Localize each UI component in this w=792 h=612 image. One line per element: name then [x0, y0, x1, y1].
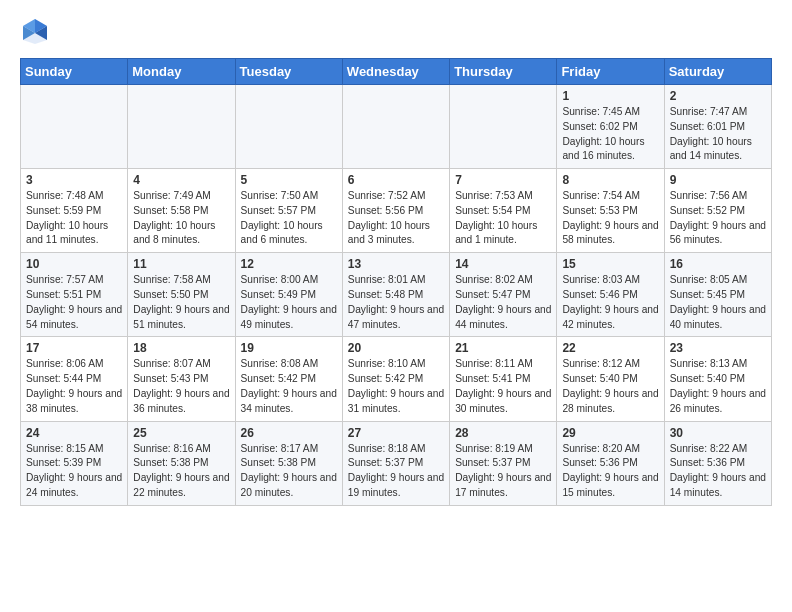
- calendar-cell: 2Sunrise: 7:47 AMSunset: 6:01 PMDaylight…: [664, 85, 771, 169]
- day-number: 21: [455, 341, 551, 355]
- calendar-row-4: 24Sunrise: 8:15 AMSunset: 5:39 PMDayligh…: [21, 421, 772, 505]
- day-info: Sunrise: 8:05 AMSunset: 5:45 PMDaylight:…: [670, 273, 766, 332]
- day-number: 25: [133, 426, 229, 440]
- calendar-cell: 27Sunrise: 8:18 AMSunset: 5:37 PMDayligh…: [342, 421, 449, 505]
- day-info: Sunrise: 7:54 AMSunset: 5:53 PMDaylight:…: [562, 189, 658, 248]
- day-info: Sunrise: 7:50 AMSunset: 5:57 PMDaylight:…: [241, 189, 337, 248]
- day-number: 23: [670, 341, 766, 355]
- day-number: 20: [348, 341, 444, 355]
- day-info: Sunrise: 8:22 AMSunset: 5:36 PMDaylight:…: [670, 442, 766, 501]
- day-number: 3: [26, 173, 122, 187]
- weekday-header-sunday: Sunday: [21, 59, 128, 85]
- logo: [20, 16, 54, 46]
- day-info: Sunrise: 7:45 AMSunset: 6:02 PMDaylight:…: [562, 105, 658, 164]
- day-number: 27: [348, 426, 444, 440]
- calendar-cell: [450, 85, 557, 169]
- day-info: Sunrise: 8:10 AMSunset: 5:42 PMDaylight:…: [348, 357, 444, 416]
- calendar-cell: 9Sunrise: 7:56 AMSunset: 5:52 PMDaylight…: [664, 169, 771, 253]
- calendar-cell: 28Sunrise: 8:19 AMSunset: 5:37 PMDayligh…: [450, 421, 557, 505]
- calendar-table: SundayMondayTuesdayWednesdayThursdayFrid…: [20, 58, 772, 506]
- calendar-cell: 6Sunrise: 7:52 AMSunset: 5:56 PMDaylight…: [342, 169, 449, 253]
- day-info: Sunrise: 8:07 AMSunset: 5:43 PMDaylight:…: [133, 357, 229, 416]
- day-info: Sunrise: 8:13 AMSunset: 5:40 PMDaylight:…: [670, 357, 766, 416]
- weekday-header-wednesday: Wednesday: [342, 59, 449, 85]
- calendar-cell: 12Sunrise: 8:00 AMSunset: 5:49 PMDayligh…: [235, 253, 342, 337]
- calendar-cell: 4Sunrise: 7:49 AMSunset: 5:58 PMDaylight…: [128, 169, 235, 253]
- day-info: Sunrise: 8:06 AMSunset: 5:44 PMDaylight:…: [26, 357, 122, 416]
- day-number: 6: [348, 173, 444, 187]
- day-info: Sunrise: 8:16 AMSunset: 5:38 PMDaylight:…: [133, 442, 229, 501]
- calendar-cell: 7Sunrise: 7:53 AMSunset: 5:54 PMDaylight…: [450, 169, 557, 253]
- page: SundayMondayTuesdayWednesdayThursdayFrid…: [0, 0, 792, 516]
- calendar-row-3: 17Sunrise: 8:06 AMSunset: 5:44 PMDayligh…: [21, 337, 772, 421]
- day-info: Sunrise: 7:56 AMSunset: 5:52 PMDaylight:…: [670, 189, 766, 248]
- day-number: 13: [348, 257, 444, 271]
- calendar-cell: [128, 85, 235, 169]
- calendar-body: 1Sunrise: 7:45 AMSunset: 6:02 PMDaylight…: [21, 85, 772, 506]
- day-number: 22: [562, 341, 658, 355]
- day-number: 14: [455, 257, 551, 271]
- weekday-header-saturday: Saturday: [664, 59, 771, 85]
- calendar-cell: 23Sunrise: 8:13 AMSunset: 5:40 PMDayligh…: [664, 337, 771, 421]
- calendar-row-0: 1Sunrise: 7:45 AMSunset: 6:02 PMDaylight…: [21, 85, 772, 169]
- day-info: Sunrise: 8:20 AMSunset: 5:36 PMDaylight:…: [562, 442, 658, 501]
- calendar-cell: [235, 85, 342, 169]
- day-number: 4: [133, 173, 229, 187]
- calendar-cell: 1Sunrise: 7:45 AMSunset: 6:02 PMDaylight…: [557, 85, 664, 169]
- day-number: 29: [562, 426, 658, 440]
- day-number: 16: [670, 257, 766, 271]
- weekday-header-tuesday: Tuesday: [235, 59, 342, 85]
- day-number: 30: [670, 426, 766, 440]
- weekday-header-friday: Friday: [557, 59, 664, 85]
- day-number: 1: [562, 89, 658, 103]
- calendar-cell: 11Sunrise: 7:58 AMSunset: 5:50 PMDayligh…: [128, 253, 235, 337]
- calendar-cell: 24Sunrise: 8:15 AMSunset: 5:39 PMDayligh…: [21, 421, 128, 505]
- weekday-header-monday: Monday: [128, 59, 235, 85]
- day-info: Sunrise: 8:12 AMSunset: 5:40 PMDaylight:…: [562, 357, 658, 416]
- calendar-cell: 19Sunrise: 8:08 AMSunset: 5:42 PMDayligh…: [235, 337, 342, 421]
- day-info: Sunrise: 7:53 AMSunset: 5:54 PMDaylight:…: [455, 189, 551, 248]
- day-number: 19: [241, 341, 337, 355]
- calendar-cell: 20Sunrise: 8:10 AMSunset: 5:42 PMDayligh…: [342, 337, 449, 421]
- calendar-cell: 30Sunrise: 8:22 AMSunset: 5:36 PMDayligh…: [664, 421, 771, 505]
- header: [20, 16, 772, 46]
- calendar-cell: 29Sunrise: 8:20 AMSunset: 5:36 PMDayligh…: [557, 421, 664, 505]
- day-info: Sunrise: 8:03 AMSunset: 5:46 PMDaylight:…: [562, 273, 658, 332]
- day-info: Sunrise: 8:02 AMSunset: 5:47 PMDaylight:…: [455, 273, 551, 332]
- calendar-cell: 22Sunrise: 8:12 AMSunset: 5:40 PMDayligh…: [557, 337, 664, 421]
- calendar-cell: [342, 85, 449, 169]
- day-info: Sunrise: 7:49 AMSunset: 5:58 PMDaylight:…: [133, 189, 229, 248]
- day-number: 10: [26, 257, 122, 271]
- calendar-cell: [21, 85, 128, 169]
- day-number: 12: [241, 257, 337, 271]
- day-info: Sunrise: 8:15 AMSunset: 5:39 PMDaylight:…: [26, 442, 122, 501]
- calendar-header: SundayMondayTuesdayWednesdayThursdayFrid…: [21, 59, 772, 85]
- day-number: 2: [670, 89, 766, 103]
- calendar-cell: 21Sunrise: 8:11 AMSunset: 5:41 PMDayligh…: [450, 337, 557, 421]
- day-number: 18: [133, 341, 229, 355]
- day-number: 8: [562, 173, 658, 187]
- day-number: 26: [241, 426, 337, 440]
- day-info: Sunrise: 8:08 AMSunset: 5:42 PMDaylight:…: [241, 357, 337, 416]
- day-info: Sunrise: 7:57 AMSunset: 5:51 PMDaylight:…: [26, 273, 122, 332]
- day-number: 15: [562, 257, 658, 271]
- day-info: Sunrise: 7:48 AMSunset: 5:59 PMDaylight:…: [26, 189, 122, 248]
- calendar-cell: 5Sunrise: 7:50 AMSunset: 5:57 PMDaylight…: [235, 169, 342, 253]
- day-info: Sunrise: 7:52 AMSunset: 5:56 PMDaylight:…: [348, 189, 444, 248]
- day-info: Sunrise: 8:17 AMSunset: 5:38 PMDaylight:…: [241, 442, 337, 501]
- calendar-cell: 10Sunrise: 7:57 AMSunset: 5:51 PMDayligh…: [21, 253, 128, 337]
- calendar-cell: 15Sunrise: 8:03 AMSunset: 5:46 PMDayligh…: [557, 253, 664, 337]
- calendar-row-2: 10Sunrise: 7:57 AMSunset: 5:51 PMDayligh…: [21, 253, 772, 337]
- day-number: 11: [133, 257, 229, 271]
- day-number: 28: [455, 426, 551, 440]
- day-number: 7: [455, 173, 551, 187]
- calendar-cell: 17Sunrise: 8:06 AMSunset: 5:44 PMDayligh…: [21, 337, 128, 421]
- day-number: 24: [26, 426, 122, 440]
- calendar-cell: 3Sunrise: 7:48 AMSunset: 5:59 PMDaylight…: [21, 169, 128, 253]
- day-number: 9: [670, 173, 766, 187]
- day-info: Sunrise: 8:18 AMSunset: 5:37 PMDaylight:…: [348, 442, 444, 501]
- day-info: Sunrise: 8:00 AMSunset: 5:49 PMDaylight:…: [241, 273, 337, 332]
- day-info: Sunrise: 8:19 AMSunset: 5:37 PMDaylight:…: [455, 442, 551, 501]
- calendar-cell: 14Sunrise: 8:02 AMSunset: 5:47 PMDayligh…: [450, 253, 557, 337]
- day-number: 5: [241, 173, 337, 187]
